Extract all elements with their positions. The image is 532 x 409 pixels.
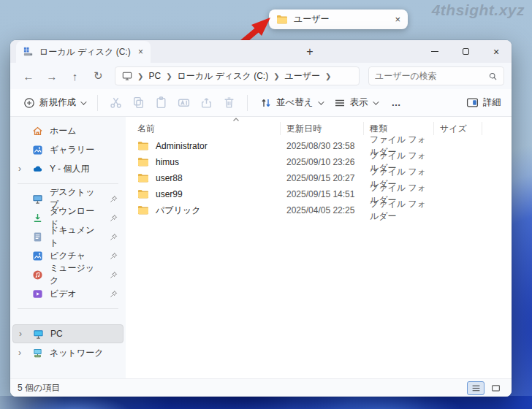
sidebar-item-onedrive-personal[interactable]: › Y - 個人用 (12, 159, 123, 178)
view-list-icon (334, 97, 346, 109)
sidebar-item-documents[interactable]: ドキュメント (12, 227, 123, 246)
view-label: 表示 (350, 96, 368, 109)
folder-icon (137, 172, 149, 184)
chevron-expand-icon[interactable]: › (18, 164, 21, 173)
column-headers: 名前 更新日時 種類 サイズ (126, 119, 512, 138)
plus-circle-icon (23, 97, 35, 109)
chevron-expand-icon[interactable]: › (19, 329, 22, 338)
column-header-date[interactable]: 更新日時 (281, 122, 364, 135)
sidebar-label: ドキュメント (50, 224, 103, 249)
floating-tab-users[interactable]: ユーザー × (269, 9, 408, 29)
new-tab-button[interactable]: + (301, 43, 319, 61)
breadcrumb-pc[interactable]: PC (148, 71, 161, 81)
breadcrumb[interactable]: ❯ PC ❯ ローカル ディスク (C:) ❯ ユーザー ❯ (115, 66, 360, 85)
sidebar-item-network[interactable]: › ネットワーク (12, 343, 123, 362)
file-explorer-window: ローカル ディスク (C:) × + × ← → ↑ ↻ ❯ PC ❯ ローカル… (10, 40, 512, 397)
chevron-right-icon: ❯ (325, 72, 331, 80)
file-name: Administrator (156, 141, 208, 151)
tab-local-disk-c[interactable]: ローカル ディスク (C:) × (16, 41, 151, 63)
share-button[interactable] (195, 92, 218, 114)
details-pane-label: 詳細 (483, 96, 501, 109)
breadcrumb-users[interactable]: ユーザー (285, 70, 321, 83)
folder-icon (276, 14, 288, 26)
status-bar: 5 個の項目 (10, 378, 512, 397)
sidebar-separator (18, 183, 118, 184)
sort-arrows-icon (260, 97, 272, 109)
main-area: ホーム ギャラリー › Y - 個人用 デスクトップ ダウンロード (10, 117, 512, 378)
toolbar-divider (247, 95, 248, 111)
item-count: 5 個の項目 (18, 382, 60, 394)
sidebar-item-gallery[interactable]: ギャラリー (12, 140, 123, 159)
chevron-down-icon (318, 99, 324, 104)
maximize-button[interactable] (450, 40, 481, 63)
search-input[interactable] (375, 71, 488, 81)
tab-close-icon[interactable]: × (138, 47, 143, 56)
gallery-icon (32, 145, 43, 156)
folder-icon (137, 156, 149, 168)
close-button[interactable]: × (481, 40, 512, 63)
sidebar-item-music[interactable]: ミュージック (12, 265, 123, 284)
up-button[interactable]: ↑ (64, 65, 86, 87)
column-header-size[interactable]: サイズ (434, 122, 482, 135)
more-options-button[interactable]: … (383, 97, 411, 108)
drive-icon (23, 47, 34, 57)
column-header-name[interactable]: 名前 (126, 122, 281, 135)
file-row-himus[interactable]: himus 2025/09/10 23:26 ファイル フォルダー (126, 154, 512, 170)
refresh-button[interactable]: ↻ (87, 65, 109, 87)
sidebar-item-pc[interactable]: › PC (12, 324, 123, 343)
watermark: 4thsight.xyz (432, 1, 525, 19)
sidebar-separator (18, 308, 118, 309)
details-view-button[interactable] (467, 381, 484, 395)
file-row-user99[interactable]: user99 2025/09/15 14:51 ファイル フォルダー (126, 186, 512, 202)
window-controls: × (419, 40, 512, 63)
file-row-administrator[interactable]: Administrator 2025/08/30 23:58 ファイル フォルダ… (126, 138, 512, 154)
rename-button[interactable] (172, 92, 195, 114)
file-row-public[interactable]: パブリック 2025/04/05 22:25 ファイル フォルダー (126, 202, 512, 218)
pin-icon (110, 233, 118, 241)
delete-button[interactable] (218, 92, 240, 114)
sidebar-label: ギャラリー (50, 144, 94, 156)
copy-button[interactable] (127, 92, 150, 114)
sidebar-label: ミュージック (50, 262, 103, 287)
wallpaper-bloom (0, 396, 532, 409)
sidebar-label: Y - 個人用 (50, 163, 89, 175)
forward-button[interactable]: → (41, 65, 63, 87)
chevron-expand-icon[interactable]: › (18, 348, 21, 357)
new-item-label: 新規作成 (39, 96, 76, 109)
sidebar-item-videos[interactable]: ビデオ (12, 284, 123, 303)
view-toggles (467, 381, 504, 395)
sort-button[interactable]: 並べ替え (254, 92, 328, 114)
file-row-user88[interactable]: user88 2025/09/15 20:27 ファイル フォルダー (126, 170, 512, 186)
cut-button[interactable] (104, 92, 127, 114)
this-pc-icon (122, 71, 132, 81)
clipboard-group (104, 92, 240, 114)
breadcrumb-local-disk[interactable]: ローカル ディスク (C:) (178, 70, 269, 83)
toolbar-divider (97, 95, 98, 111)
sidebar-item-home[interactable]: ホーム (12, 121, 123, 140)
documents-icon (32, 232, 43, 242)
large-icons-view-button[interactable] (487, 381, 504, 395)
back-button[interactable]: ← (18, 65, 39, 87)
file-date: 2025/08/30 23:58 (281, 141, 364, 151)
details-pane-button[interactable]: 詳細 (463, 96, 504, 109)
onedrive-icon (32, 164, 43, 175)
chevron-right-icon: ❯ (137, 72, 143, 80)
pin-icon (110, 271, 118, 279)
folder-icon (137, 140, 149, 152)
close-icon[interactable]: × (395, 15, 400, 24)
minimize-button[interactable] (419, 40, 450, 63)
file-type: ファイル フォルダー (364, 198, 434, 223)
sidebar-label: ネットワーク (50, 347, 103, 359)
sort-label: 並べ替え (276, 96, 314, 109)
sidebar-label: ピクチャ (50, 250, 86, 262)
search-box[interactable] (368, 66, 504, 85)
paste-button[interactable] (150, 92, 172, 114)
file-date: 2025/04/05 22:25 (281, 205, 364, 215)
downloads-icon (32, 213, 43, 223)
pc-icon (33, 329, 44, 340)
file-list-area: 名前 更新日時 種類 サイズ Administrator 2025/08/30 … (126, 117, 512, 378)
new-item-button[interactable]: 新規作成 (18, 92, 91, 114)
command-toolbar: 新規作成 (10, 89, 512, 117)
home-icon (32, 126, 43, 137)
view-button[interactable]: 表示 (328, 92, 383, 114)
